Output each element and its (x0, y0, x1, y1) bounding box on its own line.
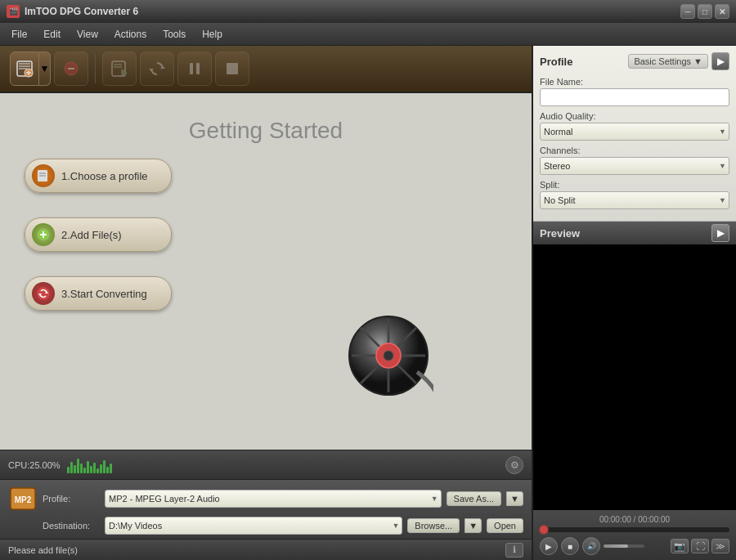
destination-select-wrapper: D:\My Videos (105, 517, 402, 535)
add-file-button[interactable] (10, 52, 39, 86)
channels-label: Channels: (540, 146, 729, 155)
destination-label: Destination: (43, 521, 100, 531)
cpu-bar (83, 468, 86, 473)
step-2-icon (32, 223, 55, 246)
title-bar: 🎬 ImTOO DPG Converter 6 ─ □ ✕ (0, 0, 736, 23)
svg-rect-15 (190, 63, 193, 74)
app-icon: 🎬 (7, 5, 20, 18)
preview-title: Preview (540, 227, 580, 240)
add-dropdown-button[interactable]: ▼ (39, 52, 51, 86)
cpu-bar (70, 462, 73, 473)
cpu-bar (77, 459, 79, 473)
film-reel (343, 311, 433, 401)
destination-dropdown[interactable]: D:\My Videos (105, 517, 402, 535)
choose-profile-button[interactable]: 1.Choose a profile (25, 159, 172, 193)
cpu-bar (100, 464, 102, 473)
profile-header: Profile Basic Settings ▼ ▶ (540, 52, 729, 70)
cpu-bar (67, 467, 70, 473)
close-button[interactable]: ✕ (715, 4, 729, 19)
cpu-bar (80, 464, 83, 473)
volume-slider[interactable] (604, 544, 644, 548)
channels-row: Channels: Stereo Mono (540, 146, 729, 175)
cpu-bar (110, 464, 112, 473)
menu-edit[interactable]: Edit (35, 25, 69, 43)
preview-expand-button[interactable]: ▶ (711, 224, 729, 242)
profile-settings: Profile Basic Settings ▼ ▶ File Name: Au… (533, 46, 736, 222)
file-name-row: File Name: (540, 77, 729, 106)
cpu-bar (93, 463, 96, 473)
save-as-button[interactable]: Save As... (447, 491, 502, 506)
browse-button[interactable]: Browse... (407, 518, 460, 533)
window-controls: ─ □ ✕ (680, 4, 729, 19)
menu-actions[interactable]: Actions (106, 25, 155, 43)
status-message-bar: Please add file(s) ℹ (0, 539, 532, 560)
content-area: Getting Started 1.Choose a profile (0, 93, 532, 450)
status-message-text: Please add file(s) (8, 545, 78, 555)
cpu-bar (90, 466, 92, 473)
profile-label: Profile: (43, 494, 100, 504)
refresh-button[interactable] (140, 52, 174, 86)
file-name-input[interactable] (540, 88, 729, 106)
dropdown-arrow-icon: ▼ (693, 56, 702, 66)
audio-quality-select-wrapper: Normal High Low (540, 123, 729, 141)
save-as-dropdown-button[interactable]: ▼ (506, 491, 523, 506)
volume-icon[interactable]: 🔊 (582, 537, 600, 555)
stop-playback-button[interactable]: ■ (561, 537, 579, 555)
split-dropdown[interactable]: No Split By Size By Time (540, 191, 729, 209)
cpu-bar (103, 460, 105, 473)
more-options-button[interactable]: ≫ (711, 539, 729, 553)
audio-quality-dropdown[interactable]: Normal High Low (540, 123, 729, 141)
browse-dropdown-button[interactable]: ▼ (464, 518, 482, 533)
toolbar: ▼ (0, 46, 532, 93)
add-files-label: 2.Add File(s) (61, 229, 122, 241)
profile-dropdown[interactable]: MP2 - MPEG Layer-2 Audio (105, 490, 442, 508)
cpu-bar (106, 467, 109, 473)
fullscreen-button[interactable]: ⛶ (691, 539, 709, 553)
settings-icon[interactable]: ⚙ (505, 456, 523, 474)
play-button[interactable]: ▶ (540, 537, 558, 555)
destination-row: Destination: D:\My Videos Browse... ▼ Op… (8, 517, 523, 535)
stop-button[interactable] (215, 52, 249, 86)
progress-bar[interactable] (540, 527, 729, 532)
profile-bar: MP2 Profile: MP2 - MPEG Layer-2 Audio Sa… (0, 479, 532, 539)
svg-marker-12 (122, 69, 127, 76)
cpu-bar (96, 468, 99, 473)
cpu-bar (87, 461, 89, 473)
profile-expand-button[interactable]: ▶ (711, 52, 729, 70)
left-panel: ▼ (0, 46, 532, 560)
profile-row: MP2 Profile: MP2 - MPEG Layer-2 Audio Sa… (8, 484, 523, 513)
start-converting-label: 3.Start Converting (61, 288, 147, 300)
svg-point-33 (384, 351, 393, 361)
file-name-label: File Name: (540, 77, 729, 87)
audio-quality-row: Audio Quality: Normal High Low (540, 111, 729, 141)
step-1-icon (32, 164, 55, 187)
menu-view[interactable]: View (69, 25, 106, 43)
basic-settings-button[interactable]: Basic Settings ▼ (628, 54, 708, 69)
svg-rect-17 (227, 63, 238, 74)
add-btn-wrap: ▼ (10, 52, 51, 86)
remove-button[interactable] (54, 52, 88, 86)
split-label: Split: (540, 180, 729, 190)
start-converting-button[interactable]: 3.Start Converting (25, 276, 172, 311)
menu-file[interactable]: File (3, 25, 35, 43)
step-3-icon (32, 282, 55, 305)
open-button[interactable]: Open (487, 518, 523, 533)
restore-button[interactable]: □ (698, 4, 712, 19)
getting-started-title: Getting Started (189, 118, 343, 144)
channels-dropdown[interactable]: Stereo Mono (540, 157, 729, 175)
screenshot-button[interactable]: 📷 (671, 539, 689, 553)
pause-button[interactable] (177, 52, 212, 86)
menu-help[interactable]: Help (194, 25, 231, 43)
convert-button[interactable] (102, 52, 137, 86)
status-info-button[interactable]: ℹ (505, 543, 523, 558)
channels-select-wrapper: Stereo Mono (540, 157, 729, 175)
app-title: ImTOO DPG Converter 6 (25, 6, 138, 17)
main-layout: ▼ (0, 46, 736, 560)
menu-tools[interactable]: Tools (155, 25, 194, 43)
preview-screen (533, 244, 736, 510)
volume-fill (604, 544, 628, 548)
minimize-button[interactable]: ─ (680, 4, 695, 19)
menu-bar: File Edit View Actions Tools Help (0, 23, 736, 46)
cpu-graph (67, 457, 112, 473)
add-files-button[interactable]: 2.Add File(s) (25, 217, 172, 252)
